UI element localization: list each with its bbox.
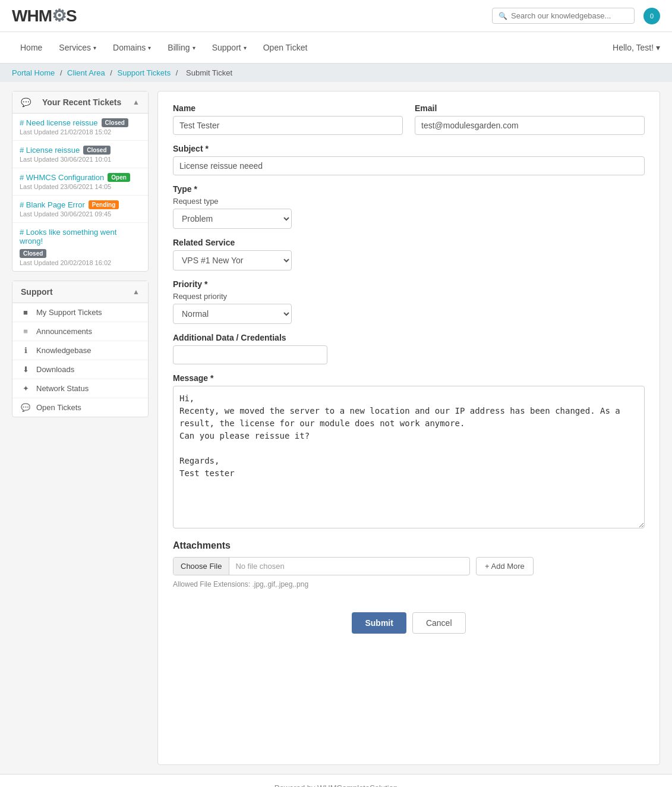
sidebar-item-knowledgebase[interactable]: ℹ Knowledgebase <box>12 341 148 360</box>
subject-group: Subject * <box>173 144 645 175</box>
ticket-date: Last Updated 30/06/2021 09:45 <box>20 210 141 218</box>
knowledgebase-icon: ℹ <box>21 346 30 355</box>
breadcrumb-sep: / <box>60 68 64 77</box>
nav-support[interactable]: Support ▾ <box>204 32 255 63</box>
sidebar-item-announcements[interactable]: ≡ Announcements <box>12 322 148 341</box>
nav-user-greeting[interactable]: Hello, Test! ▾ <box>613 43 660 52</box>
attachments-section: Attachments Choose File No file chosen +… <box>173 540 645 588</box>
sidebar-item-my-support-tickets[interactable]: ■ My Support Tickets <box>12 303 148 322</box>
ticket-link[interactable]: # Blank Page Error <box>20 200 85 209</box>
submit-area: Submit Cancel <box>173 603 645 634</box>
support-title: Support <box>21 287 53 297</box>
recent-tickets-title: Your Recent Tickets <box>42 97 121 107</box>
main-content: 💬 Your Recent Tickets ▲ # Need license r… <box>0 82 672 774</box>
ticket-title: # Looks like something went wrong! Close… <box>20 228 141 258</box>
subject-input[interactable] <box>173 156 645 175</box>
ticket-title: # WHMCS Configuration Open <box>20 173 141 182</box>
nav-open-ticket[interactable]: Open Ticket <box>255 32 316 63</box>
cart-button[interactable]: 0 <box>643 8 660 24</box>
priority-group: Priority * Request priority Low Normal H… <box>173 279 645 324</box>
sidebar-item-open-tickets[interactable]: 💬 Open Tickets <box>12 398 148 417</box>
network-icon: ✦ <box>21 384 30 393</box>
ticket-date: Last Updated 23/06/2021 14:05 <box>20 183 141 190</box>
message-label: Message * <box>173 373 645 383</box>
ticket-badge: Closed <box>83 146 110 155</box>
breadcrumb-client-area[interactable]: Client Area <box>67 68 105 77</box>
related-service-select[interactable]: VPS #1 New Yor None <box>173 250 292 270</box>
caret-icon: ▾ <box>193 45 195 51</box>
logo-text: WHM⚙S <box>12 6 77 26</box>
ticket-link[interactable]: # Need license reissue <box>20 118 98 127</box>
type-select[interactable]: Problem General Question Technical Suppo… <box>173 209 292 229</box>
support-section: Support ▲ ■ My Support Tickets ≡ Announc… <box>12 281 149 417</box>
additional-input[interactable] <box>173 345 327 364</box>
ticket-date: Last Updated 21/02/2018 15:02 <box>20 128 141 136</box>
search-input[interactable] <box>511 11 628 20</box>
ticket-item[interactable]: # Need license reissue Closed Last Updat… <box>12 114 148 141</box>
sidebar-item-label: Open Tickets <box>36 403 81 412</box>
sidebar: 💬 Your Recent Tickets ▲ # Need license r… <box>12 91 149 765</box>
collapse-icon: ▲ <box>132 98 140 106</box>
breadcrumb-support-tickets[interactable]: Support Tickets <box>118 68 171 77</box>
submit-button[interactable]: Submit <box>352 612 406 634</box>
recent-tickets-header[interactable]: 💬 Your Recent Tickets ▲ <box>12 92 148 114</box>
breadcrumb-portal-home[interactable]: Portal Home <box>12 68 55 77</box>
cancel-button[interactable]: Cancel <box>412 612 466 634</box>
ticket-badge: Closed <box>20 249 46 258</box>
sidebar-item-network-status[interactable]: ✦ Network Status <box>12 379 148 398</box>
sidebar-item-label: My Support Tickets <box>36 308 102 317</box>
allowed-extensions: Allowed File Extensions: .jpg,.gif,.jpeg… <box>173 580 645 588</box>
priority-select[interactable]: Low Normal High Urgent <box>173 304 292 324</box>
message-group: Message * Hi, Recenty, we moved the serv… <box>173 373 645 528</box>
add-more-button[interactable]: + Add More <box>476 557 534 575</box>
caret-icon: ▾ <box>93 45 96 51</box>
open-tickets-icon: 💬 <box>21 403 30 412</box>
nav-home[interactable]: Home <box>12 32 51 63</box>
ticket-item[interactable]: # Looks like something went wrong! Close… <box>12 223 148 271</box>
file-name: No file chosen <box>229 558 469 575</box>
header: WHM⚙S 🔍 0 <box>0 0 672 32</box>
ticket-link[interactable]: # WHMCS Configuration <box>20 173 104 182</box>
file-row: Choose File No file chosen + Add More <box>173 557 645 575</box>
caret-icon: ▾ <box>244 45 247 51</box>
nav-billing[interactable]: Billing ▾ <box>159 32 203 63</box>
footer-text: Powered by WHMCompleteSolution <box>275 783 397 787</box>
name-input[interactable] <box>173 116 403 135</box>
header-right: 🔍 0 <box>492 8 660 24</box>
collapse-icon: ▲ <box>132 288 140 296</box>
ticket-title: # Blank Page Error Pending <box>20 200 141 209</box>
name-email-row: Name Email <box>173 103 645 135</box>
ticket-item[interactable]: # WHMCS Configuration Open Last Updated … <box>12 168 148 196</box>
ticket-link[interactable]: # Looks like something went wrong! <box>20 228 141 245</box>
main-nav: Home Services ▾ Domains ▾ Billing ▾ Supp… <box>0 32 672 64</box>
nav-services[interactable]: Services ▾ <box>51 32 105 63</box>
additional-label: Additional Data / Credentials <box>173 333 645 342</box>
choose-file-button[interactable]: Choose File <box>173 558 229 575</box>
message-textarea[interactable]: Hi, Recenty, we moved the server to a ne… <box>173 386 645 528</box>
additional-group: Additional Data / Credentials <box>173 333 645 364</box>
form-area: Name Email Subject * Type * Request type… <box>157 91 660 765</box>
announcements-icon: ≡ <box>21 327 30 336</box>
chat-icon: 💬 <box>21 97 31 107</box>
downloads-icon: ⬇ <box>21 365 30 374</box>
subject-label: Subject * <box>173 144 645 153</box>
sidebar-item-downloads[interactable]: ⬇ Downloads <box>12 360 148 379</box>
caret-icon: ▾ <box>148 45 151 51</box>
ticket-date: Last Updated 20/02/2018 16:02 <box>20 259 141 266</box>
email-input[interactable] <box>415 116 645 135</box>
recent-tickets-section: 💬 Your Recent Tickets ▲ # Need license r… <box>12 91 149 272</box>
footer: Powered by WHMCompleteSolution <box>0 774 672 787</box>
ticket-link[interactable]: # License reissue <box>20 146 80 155</box>
breadcrumb-sep: / <box>110 68 114 77</box>
logo: WHM⚙S <box>12 6 77 26</box>
support-section-header[interactable]: Support ▲ <box>12 281 148 303</box>
ticket-item[interactable]: # License reissue Closed Last Updated 30… <box>12 141 148 168</box>
priority-sublabel: Request priority <box>173 292 645 301</box>
email-label: Email <box>415 103 645 113</box>
ticket-item[interactable]: # Blank Page Error Pending Last Updated … <box>12 196 148 223</box>
sidebar-item-label: Knowledgebase <box>36 346 92 355</box>
sidebar-item-label: Announcements <box>36 327 92 336</box>
nav-domains[interactable]: Domains ▾ <box>105 32 159 63</box>
type-sublabel: Request type <box>173 197 645 206</box>
name-label: Name <box>173 103 403 113</box>
